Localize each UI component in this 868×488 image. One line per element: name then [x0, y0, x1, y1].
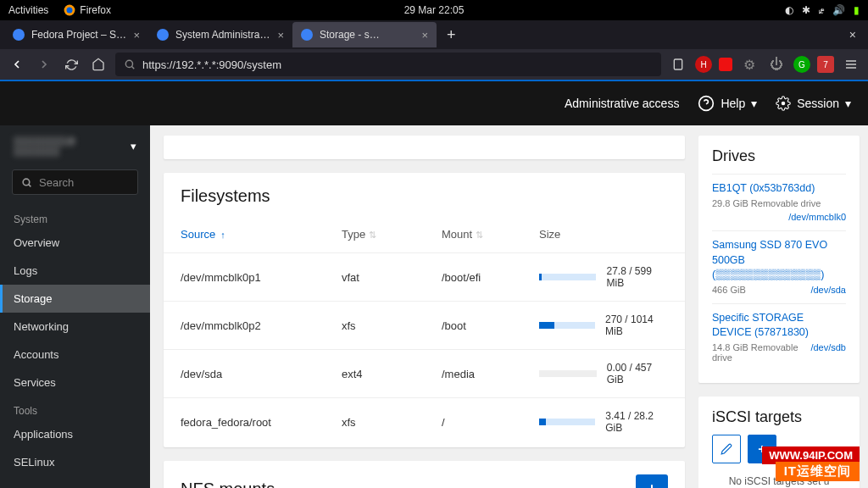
pencil-icon: [721, 443, 732, 455]
extension-icon[interactable]: H: [695, 56, 712, 73]
url-text: https://192.*.*.*:9090/system: [142, 58, 281, 71]
cell-source: /dev/mmcblk0p1: [181, 271, 342, 284]
url-input[interactable]: https://192.*.*.*:9090/system: [115, 53, 661, 76]
extension-icon[interactable]: ⚙: [739, 54, 760, 75]
sidebar-item-applications[interactable]: Applications: [0, 420, 150, 448]
svg-point-2: [125, 60, 132, 67]
plus-icon: [645, 482, 659, 488]
active-app[interactable]: Firefox: [64, 4, 111, 16]
sidebar-host-selector[interactable]: ▒▒▒▒▒▒▒▒@ ▒▒▒▒▒▒▒ ▾: [0, 125, 150, 166]
drive-item[interactable]: Specific STORAGE DEVICE (57871830) 14.8 …: [712, 303, 846, 371]
drive-item[interactable]: Samsung SSD 870 EVO 500GB (▒▒▒▒▒▒▒▒▒▒▒▒▒…: [712, 230, 846, 303]
browser-tab[interactable]: Storage - s████████ ×: [292, 22, 437, 47]
tab-title: Fedora Project – Start Pag: [31, 29, 126, 41]
column-header-size[interactable]: Size: [539, 228, 668, 241]
filesystems-table: Source ↑ Type⇅ Mount⇅ Size /dev/mmcblk0p…: [164, 216, 685, 446]
cockpit-header: Administrative access Help ▾ Session ▾: [0, 81, 868, 125]
usage-bar: [539, 322, 595, 329]
card-title: Filesystems: [164, 173, 685, 216]
sidebar-item-selinux[interactable]: SELinux: [0, 448, 150, 476]
cell-mount: /boot/efi: [442, 271, 539, 284]
cell-source: /dev/sda: [181, 368, 342, 380]
column-header-source[interactable]: Source ↑: [181, 228, 342, 241]
close-icon[interactable]: ×: [421, 29, 428, 42]
session-menu[interactable]: Session ▾: [776, 96, 851, 111]
sidebar-item-accounts[interactable]: Accounts: [0, 341, 150, 369]
sidebar-item-storage[interactable]: Storage: [0, 285, 150, 313]
nfs-mounts-card: NFS mounts: [164, 461, 685, 488]
drives-card: Drives EB1QT (0x53b763dd) 29.8 GiB Remov…: [698, 136, 860, 383]
chevron-down-icon: ▾: [845, 97, 851, 110]
reader-icon[interactable]: [668, 54, 688, 75]
watermark: IT运维空间: [776, 462, 860, 481]
tray-icon[interactable]: ◐: [785, 4, 793, 16]
forward-button[interactable]: [34, 54, 54, 75]
favicon-icon: [157, 29, 169, 41]
system-tray[interactable]: ◐ ✱ ⸙ 🔊 ▮: [785, 4, 860, 16]
sidebar-item-networking[interactable]: Networking: [0, 313, 150, 341]
table-row[interactable]: /dev/mmcblk0p1 vfat /boot/efi 27.8 / 599…: [164, 252, 685, 301]
sort-asc-icon: ↑: [220, 230, 225, 240]
extension-icon[interactable]: [719, 58, 732, 71]
table-row[interactable]: /dev/sda ext4 /media 0.00 / 457 GiB: [164, 349, 685, 397]
browser-tab[interactable]: System Administration – F ×: [148, 22, 292, 47]
usage-bar: [539, 419, 595, 425]
card-title: Drives: [712, 147, 846, 165]
cell-size: 270 / 1014 MiB: [605, 313, 668, 337]
sidebar: ▒▒▒▒▒▒▒▒@ ▒▒▒▒▒▒▒ ▾ Search System Overvi…: [0, 125, 150, 488]
chevron-down-icon: ▾: [751, 97, 757, 110]
cell-type: vfat: [342, 271, 442, 284]
tab-title: Storage - s████████: [320, 29, 415, 41]
cell-source: /dev/mmcblk0p2: [181, 319, 342, 332]
iscsi-edit-button[interactable]: [712, 435, 741, 463]
menu-button[interactable]: [841, 54, 861, 75]
home-button[interactable]: [88, 54, 108, 75]
extension-icon[interactable]: 7: [817, 56, 834, 73]
new-tab-button[interactable]: +: [437, 26, 466, 44]
table-row[interactable]: fedora_fedora/root xfs / 3.41 / 28.2 GiB: [164, 397, 685, 446]
cell-mount: /boot: [442, 319, 539, 332]
sidebar-group-label: Tools: [0, 396, 150, 420]
back-button[interactable]: [7, 54, 27, 75]
clock[interactable]: 29 Mar 22:05: [404, 4, 465, 16]
card-title: NFS mounts: [181, 480, 275, 489]
table-row[interactable]: /dev/mmcblk0p2 xfs /boot 270 / 1014 MiB: [164, 301, 685, 349]
svg-point-5: [23, 179, 30, 186]
wifi-icon[interactable]: ⸙: [819, 4, 824, 16]
extension-icon[interactable]: G: [793, 56, 810, 73]
drive-item[interactable]: EB1QT (0x53b763dd) 29.8 GiB Removable dr…: [712, 174, 846, 230]
search-icon: [21, 177, 32, 188]
close-icon[interactable]: ×: [277, 29, 284, 42]
column-header-mount[interactable]: Mount⇅: [442, 228, 539, 241]
browser-tab-bar: Fedora Project – Start Pag × System Admi…: [0, 20, 868, 49]
volume-icon[interactable]: 🔊: [832, 4, 845, 16]
extension-icon[interactable]: ⏻: [766, 54, 787, 75]
battery-icon[interactable]: ▮: [854, 4, 860, 16]
cell-type: xfs: [342, 319, 442, 332]
search-icon: [124, 58, 136, 70]
favicon-icon: [301, 29, 313, 41]
browser-tab[interactable]: Fedora Project – Start Pag ×: [4, 22, 148, 47]
sidebar-item-services[interactable]: Services: [0, 369, 150, 396]
svg-rect-3: [674, 59, 682, 69]
reload-button[interactable]: [61, 54, 81, 75]
window-close-button[interactable]: ×: [837, 28, 868, 42]
add-nfs-button[interactable]: [636, 474, 668, 488]
settings-tray-icon[interactable]: ✱: [802, 4, 810, 16]
cell-type: xfs: [342, 416, 442, 429]
column-header-type[interactable]: Type⇅: [342, 228, 442, 241]
help-menu[interactable]: Help ▾: [698, 95, 757, 112]
sidebar-item-logs[interactable]: Logs: [0, 257, 150, 285]
help-icon: [698, 95, 715, 112]
admin-access-label[interactable]: Administrative access: [565, 97, 679, 110]
firefox-icon: [64, 4, 75, 16]
activities-button[interactable]: Activities: [8, 4, 48, 16]
sidebar-item-overview[interactable]: Overview: [0, 229, 150, 257]
sort-icon: ⇅: [476, 230, 483, 240]
card: [164, 136, 685, 159]
table-header-row: Source ↑ Type⇅ Mount⇅ Size: [164, 216, 685, 252]
cell-source: fedora_fedora/root: [181, 416, 342, 429]
sidebar-search[interactable]: Search: [12, 169, 138, 195]
cell-size: 0.00 / 457 GiB: [607, 362, 668, 385]
close-icon[interactable]: ×: [133, 29, 140, 42]
